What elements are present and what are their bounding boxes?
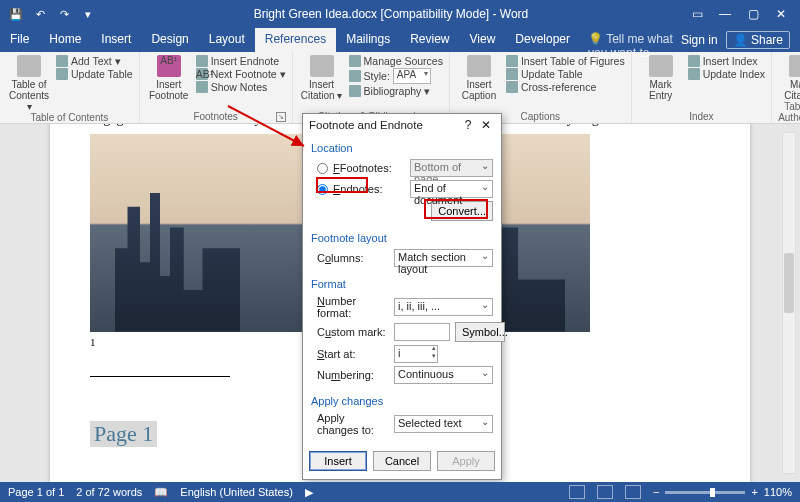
qat-more-icon[interactable]: ▾ bbox=[80, 6, 96, 22]
custom-mark-input[interactable] bbox=[394, 323, 450, 341]
group-label: Footnotes↘ bbox=[146, 111, 286, 123]
layout-legend: Footnote layout bbox=[311, 232, 493, 244]
bibliography-button[interactable]: Bibliography ▾ bbox=[349, 85, 443, 97]
dialog-titlebar[interactable]: Footnote and Endnote ? ✕ bbox=[303, 114, 501, 136]
update-tof-button[interactable]: Update Table bbox=[506, 68, 625, 80]
macro-icon[interactable]: ▶ bbox=[305, 486, 313, 499]
endnotes-radio[interactable] bbox=[317, 184, 328, 195]
footnote-endnote-dialog: Footnote and Endnote ? ✕ Location FFootn… bbox=[302, 113, 502, 480]
show-notes-button[interactable]: Show Notes bbox=[196, 81, 286, 93]
minimize-button[interactable]: — bbox=[718, 7, 732, 21]
close-button[interactable]: ✕ bbox=[774, 7, 788, 21]
mark-citation-button[interactable]: Mark Citation bbox=[778, 55, 800, 101]
zoom-slider[interactable] bbox=[665, 491, 745, 494]
status-words[interactable]: 2 of 72 words bbox=[76, 486, 142, 498]
footnotes-dialog-launcher[interactable]: ↘ bbox=[276, 112, 286, 122]
read-mode-button[interactable] bbox=[569, 485, 585, 499]
citation-icon bbox=[310, 55, 334, 77]
dialog-close-button[interactable]: ✕ bbox=[477, 118, 495, 132]
insert-caption-button[interactable]: Insert Caption bbox=[456, 55, 502, 101]
tab-review[interactable]: Review bbox=[400, 28, 459, 52]
mark-entry-button[interactable]: Mark Entry bbox=[638, 55, 684, 101]
columns-label: Columns: bbox=[317, 252, 389, 264]
manage-sources-button[interactable]: Manage Sources bbox=[349, 55, 443, 67]
group-label: Index bbox=[638, 111, 765, 123]
style-select[interactable]: APA bbox=[393, 68, 431, 84]
footnotes-label[interactable]: FFootnotes: bbox=[333, 162, 405, 174]
start-at-label: Start at: bbox=[317, 348, 389, 360]
insert-citation-button[interactable]: Insert Citation ▾ bbox=[299, 55, 345, 101]
tab-references[interactable]: References bbox=[255, 28, 336, 52]
endnotes-location-select[interactable]: End of document bbox=[410, 180, 493, 198]
update-toc-button[interactable]: Update Table bbox=[56, 68, 133, 80]
tab-design[interactable]: Design bbox=[141, 28, 198, 52]
vertical-scrollbar[interactable] bbox=[782, 132, 796, 474]
index-icon bbox=[688, 55, 700, 67]
print-layout-button[interactable] bbox=[597, 485, 613, 499]
footnotes-radio[interactable] bbox=[317, 163, 328, 174]
zoom-control[interactable]: − + 110% bbox=[653, 486, 792, 498]
apply-button[interactable]: Apply bbox=[437, 451, 495, 471]
cross-ref-button[interactable]: Cross-reference bbox=[506, 81, 625, 93]
symbol-button[interactable]: Symbol... bbox=[455, 322, 505, 342]
next-footnote-icon: AB¹ bbox=[196, 68, 208, 80]
zoom-in-icon[interactable]: + bbox=[751, 486, 757, 498]
update-index-button[interactable]: Update Index bbox=[688, 68, 765, 80]
status-bar: Page 1 of 1 2 of 72 words 📖 English (Uni… bbox=[0, 482, 800, 502]
dialog-help-button[interactable]: ? bbox=[459, 118, 477, 132]
bib-icon bbox=[349, 85, 361, 97]
sources-icon bbox=[349, 55, 361, 67]
dialog-title: Footnote and Endnote bbox=[309, 119, 459, 131]
page-number-field[interactable]: Page 1 bbox=[90, 421, 157, 447]
cancel-button[interactable]: Cancel bbox=[373, 451, 431, 471]
footnotes-location-select: Bottom of page bbox=[410, 159, 493, 177]
number-format-select[interactable]: i, ii, iii, ... bbox=[394, 298, 493, 316]
tab-file[interactable]: File bbox=[0, 28, 39, 52]
columns-select[interactable]: Match section layout bbox=[394, 249, 493, 267]
apply-to-select[interactable]: Selected text bbox=[394, 415, 493, 433]
tab-home[interactable]: Home bbox=[39, 28, 91, 52]
ribbon-options-icon[interactable]: ▭ bbox=[690, 7, 704, 21]
tab-layout[interactable]: Layout bbox=[199, 28, 255, 52]
zoom-value[interactable]: 110% bbox=[764, 486, 792, 498]
tab-mailings[interactable]: Mailings bbox=[336, 28, 400, 52]
update-icon bbox=[56, 68, 68, 80]
numbering-select[interactable]: Continuous bbox=[394, 366, 493, 384]
update-icon bbox=[688, 68, 700, 80]
insert-index-button[interactable]: Insert Index bbox=[688, 55, 765, 67]
save-icon[interactable]: 💾 bbox=[8, 6, 24, 22]
scroll-thumb[interactable] bbox=[784, 253, 794, 313]
group-toa: Mark Citation Table of Authorities bbox=[772, 52, 800, 123]
share-button[interactable]: 👤 Share bbox=[726, 31, 790, 49]
numfmt-label: Number format: bbox=[317, 295, 389, 319]
tab-insert[interactable]: Insert bbox=[91, 28, 141, 52]
redo-icon[interactable]: ↷ bbox=[56, 6, 72, 22]
web-layout-button[interactable] bbox=[625, 485, 641, 499]
insert-tof-button[interactable]: Insert Table of Figures bbox=[506, 55, 625, 67]
tell-me[interactable]: 💡 Tell me what you want to do... bbox=[580, 28, 681, 52]
endnotes-label[interactable]: Endnotes: bbox=[333, 183, 405, 195]
insert-endnote-button[interactable]: Insert Endnote bbox=[196, 55, 286, 67]
window-title: Bright Green Idea.docx [Compatibility Mo… bbox=[104, 7, 678, 21]
sign-in-link[interactable]: Sign in bbox=[681, 33, 718, 47]
status-lang[interactable]: English (United States) bbox=[180, 486, 293, 498]
proofing-icon[interactable]: 📖 bbox=[154, 486, 168, 499]
group-label: Table of Authorities bbox=[778, 101, 800, 124]
next-footnote-button[interactable]: AB¹Next Footnote ▾ bbox=[196, 68, 286, 80]
group-footnotes: AB¹Insert Footnote Insert Endnote AB¹Nex… bbox=[140, 52, 293, 123]
undo-icon[interactable]: ↶ bbox=[32, 6, 48, 22]
add-text-icon bbox=[56, 55, 68, 67]
style-icon bbox=[349, 70, 361, 82]
toc-button[interactable]: Table of Contents ▾ bbox=[6, 55, 52, 112]
insert-button[interactable]: Insert bbox=[309, 451, 367, 471]
maximize-button[interactable]: ▢ bbox=[746, 7, 760, 21]
insert-footnote-button[interactable]: AB¹Insert Footnote bbox=[146, 55, 192, 101]
caption-icon bbox=[467, 55, 491, 77]
tab-developer[interactable]: Developer bbox=[505, 28, 580, 52]
xref-icon bbox=[506, 81, 518, 93]
tab-view[interactable]: View bbox=[460, 28, 506, 52]
status-page[interactable]: Page 1 of 1 bbox=[8, 486, 64, 498]
add-text-button[interactable]: Add Text ▾ bbox=[56, 55, 133, 67]
start-at-spinner[interactable]: i bbox=[394, 345, 438, 363]
zoom-out-icon[interactable]: − bbox=[653, 486, 659, 498]
